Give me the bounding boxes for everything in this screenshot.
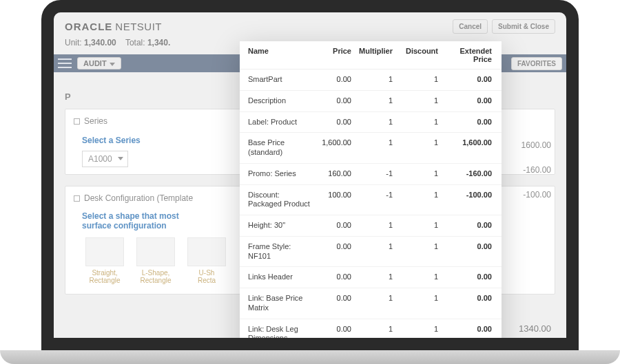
cell-extended-price: 0.00 bbox=[440, 323, 493, 334]
cell-extended-price: 0.00 bbox=[440, 95, 493, 106]
series-select-value: A1000 bbox=[88, 154, 112, 164]
table-row: Discount: Packaged Product100.00-11-100.… bbox=[240, 185, 502, 216]
shape-option[interactable]: U-ShRecta bbox=[184, 237, 229, 284]
col-extended-price: Extendet Price bbox=[440, 45, 493, 65]
cell-price: 100.00 bbox=[311, 189, 353, 200]
cell-name: Base Price (standard) bbox=[247, 137, 311, 159]
cell-multiplier: -1 bbox=[353, 189, 394, 200]
cell-discount: 1 bbox=[394, 168, 440, 179]
cell-extended-price: 1,600.00 bbox=[440, 137, 493, 148]
cell-discount: 1 bbox=[394, 189, 440, 200]
cell-name: Height: 30" bbox=[247, 220, 311, 232]
unit-value: 1,340.00 bbox=[84, 38, 116, 47]
cell-extended-price: 0.00 bbox=[440, 271, 493, 282]
cell-price: 0.00 bbox=[311, 74, 353, 85]
shape-option[interactable]: L-Shape,Rectangle bbox=[133, 237, 178, 284]
cell-discount: 1 bbox=[394, 220, 440, 231]
cell-discount: 1 bbox=[394, 116, 440, 127]
table-row: SmartPart0.00110.00 bbox=[240, 69, 502, 91]
table-row: Description0.00110.00 bbox=[240, 91, 502, 112]
shape-thumbnail bbox=[136, 237, 175, 266]
table-row: Label: Product0.00110.00 bbox=[240, 112, 502, 133]
cell-multiplier: 1 bbox=[353, 137, 394, 148]
cell-name: Label: Product bbox=[247, 116, 311, 129]
price-breakdown-modal: Name Price Multiplier Discount Extendet … bbox=[240, 41, 502, 350]
collapse-icon bbox=[74, 118, 80, 125]
cell-discount: 1 bbox=[394, 271, 440, 282]
submit-close-button[interactable]: Submit & Close bbox=[492, 19, 555, 34]
table-row: Link: Desk Leg Dimensions0.00110.00 bbox=[240, 319, 502, 350]
cell-multiplier: 1 bbox=[353, 116, 394, 127]
cell-multiplier: -1 bbox=[353, 168, 394, 179]
cell-multiplier: 1 bbox=[353, 292, 394, 303]
cell-extended-price: -100.00 bbox=[440, 189, 493, 200]
shape-thumbnail bbox=[85, 237, 124, 266]
cell-price: 0.00 bbox=[311, 116, 353, 127]
shape-option[interactable]: Straight,Rectangle bbox=[82, 237, 127, 284]
cell-name: Frame Style: NF101 bbox=[247, 241, 311, 263]
shape-label-line1: Straight, bbox=[82, 269, 127, 277]
cell-multiplier: 1 bbox=[353, 74, 394, 85]
table-row: Base Price (standard)1,600.00111,600.00 bbox=[240, 133, 502, 164]
cell-discount: 1 bbox=[394, 323, 440, 334]
hamburger-icon[interactable] bbox=[58, 58, 72, 68]
col-name: Name bbox=[247, 45, 311, 56]
unit-label: Unit: bbox=[65, 38, 82, 47]
desk-config-section-header[interactable]: Desk Configuration (Template bbox=[74, 193, 193, 203]
cell-extended-price: 0.00 bbox=[440, 74, 493, 85]
cell-extended-price: 0.00 bbox=[440, 220, 493, 231]
cell-name: Link: Base Price Matrix bbox=[247, 292, 311, 314]
cell-price: 160.00 bbox=[311, 168, 353, 179]
series-select[interactable]: A1000 bbox=[82, 151, 128, 167]
cell-name: Link: Desk Leg Dimensions bbox=[247, 323, 311, 345]
cell-price: 0.00 bbox=[311, 241, 353, 252]
cell-price: 0.00 bbox=[311, 95, 353, 106]
cell-name: Description bbox=[247, 95, 311, 107]
cell-extended-price: 0.00 bbox=[440, 116, 493, 127]
cell-multiplier: 1 bbox=[353, 323, 394, 334]
table-row: Frame Style: NF1010.00110.00 bbox=[240, 237, 502, 268]
table-row: Promo: Series160.00-11-160.00 bbox=[240, 164, 502, 185]
audit-dropdown[interactable]: AUDIT bbox=[77, 57, 121, 69]
cell-extended-price: 0.00 bbox=[440, 292, 493, 303]
cell-multiplier: 1 bbox=[353, 220, 394, 231]
cell-extended-price: 0.00 bbox=[440, 241, 493, 252]
cell-discount: 1 bbox=[394, 74, 440, 85]
total-label: Total: bbox=[125, 38, 145, 47]
cell-multiplier: 1 bbox=[353, 271, 394, 282]
cell-multiplier: 1 bbox=[353, 241, 394, 252]
chevron-down-icon bbox=[118, 157, 123, 160]
cell-multiplier: 1 bbox=[353, 95, 394, 106]
laptop-base bbox=[0, 350, 620, 364]
col-multiplier: Multiplier bbox=[353, 45, 394, 56]
side-price: 1600.00 bbox=[521, 140, 551, 150]
collapse-icon bbox=[74, 195, 80, 202]
cancel-button[interactable]: Cancel bbox=[453, 19, 488, 34]
cell-price: 1,600.00 bbox=[311, 137, 353, 148]
netsuite-wordmark: NETSUIT bbox=[115, 21, 162, 32]
cell-name: Promo: Series bbox=[247, 168, 311, 180]
side-price-column: 1600.00 -160.00 -100.00 bbox=[521, 140, 551, 215]
cell-discount: 1 bbox=[394, 241, 440, 252]
series-section-header[interactable]: Series bbox=[74, 116, 107, 126]
table-row: Links Header0.00110.00 bbox=[240, 267, 502, 288]
webcam-dot bbox=[307, 3, 313, 10]
favorites-button[interactable]: FAVORITES bbox=[511, 57, 562, 70]
cell-price: 0.00 bbox=[311, 220, 353, 231]
cell-discount: 1 bbox=[394, 292, 440, 303]
shape-thumbnail bbox=[187, 237, 226, 266]
cell-price: 0.00 bbox=[311, 271, 353, 282]
shape-label-line2: Rectangle bbox=[82, 277, 127, 284]
shape-label-line1: L-Shape, bbox=[133, 269, 178, 277]
cell-extended-price: -160.00 bbox=[440, 168, 493, 179]
side-price: -100.00 bbox=[521, 190, 551, 200]
cell-name: SmartPart bbox=[247, 74, 311, 86]
cell-price: 0.00 bbox=[311, 323, 353, 334]
shape-label-line1: U-Sh bbox=[184, 269, 229, 277]
modal-header-row: Name Price Multiplier Discount Extendet … bbox=[240, 41, 502, 69]
side-running-total: 1340.00 bbox=[519, 323, 551, 334]
col-price: Price bbox=[311, 45, 353, 56]
side-price: -160.00 bbox=[521, 165, 551, 175]
cell-discount: 1 bbox=[394, 137, 440, 148]
total-value: 1,340. bbox=[147, 38, 170, 47]
